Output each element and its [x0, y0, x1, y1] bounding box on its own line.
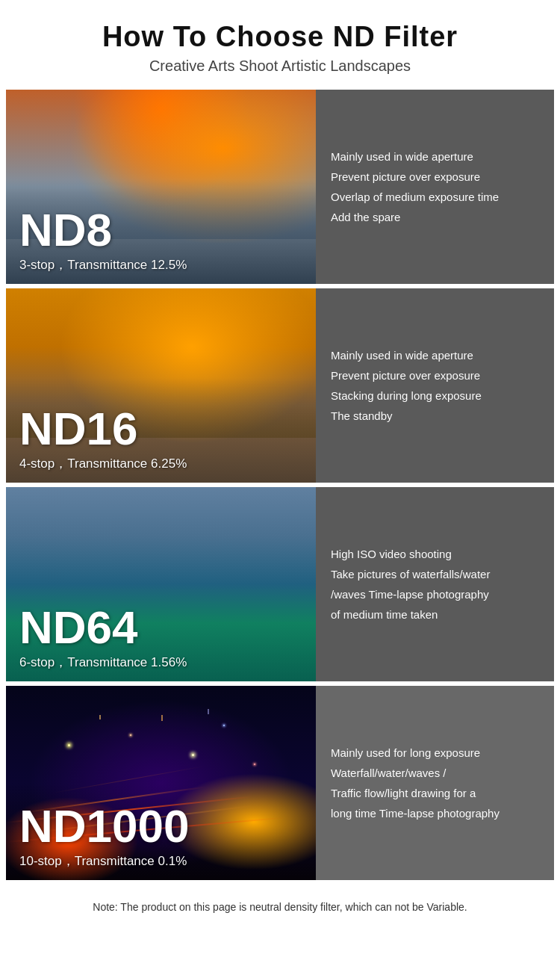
nd8-info-2: Prevent picture over exposure	[331, 167, 499, 187]
filter-row-nd64: ND64 6-stop，Transmittance 1.56% High ISO…	[6, 487, 554, 681]
nd1000-overlay: ND1000 10-stop，Transmittance 0.1%	[6, 686, 316, 880]
nd16-overlay: ND16 4-stop，Transmittance 6.25%	[6, 288, 316, 483]
nd64-info-4: of medium time taken	[331, 604, 490, 625]
nd1000-name: ND1000	[19, 803, 302, 849]
nd8-specs: 3-stop，Transmittance 12.5%	[19, 256, 302, 273]
filter-grid: ND8 3-stop，Transmittance 12.5% Mainly us…	[0, 82, 560, 888]
nd16-info-1: Mainly used in wide aperture	[331, 345, 482, 365]
nd64-info-3: /waves Time-lapse photography	[331, 584, 490, 604]
nd64-name: ND64	[19, 604, 302, 651]
nd1000-info-4: long time Time-lapse photography	[331, 803, 500, 823]
nd16-info-4: The standby	[331, 406, 482, 426]
nd1000-specs: 10-stop，Transmittance 0.1%	[19, 852, 302, 870]
nd16-info-2: Prevent picture over exposure	[331, 365, 482, 386]
nd8-info: Mainly used in wide aperture Prevent pic…	[316, 90, 554, 284]
nd64-info: High ISO video shooting Take pictures of…	[316, 487, 554, 681]
nd16-image: ND16 4-stop，Transmittance 6.25%	[6, 288, 316, 483]
nd8-info-3: Overlap of medium exposure time	[331, 187, 499, 207]
nd8-image: ND8 3-stop，Transmittance 12.5%	[6, 90, 316, 284]
nd1000-info: Mainly used for long exposure Waterfall/…	[316, 686, 554, 880]
nd1000-image: ND1000 10-stop，Transmittance 0.1%	[6, 686, 316, 880]
nd1000-info-1: Mainly used for long exposure	[331, 743, 500, 763]
page-subtitle: Creative Arts Shoot Artistic Landscapes	[15, 58, 545, 75]
page-header: How To Choose ND Filter Creative Arts Sh…	[0, 0, 560, 82]
nd1000-info-2: Waterfall/water/waves /	[331, 763, 500, 783]
nd1000-info-3: Traffic flow/light drawing for a	[331, 783, 500, 803]
filter-row-nd8: ND8 3-stop，Transmittance 12.5% Mainly us…	[6, 90, 554, 284]
footer-note: Note: The product on this page is neutra…	[0, 888, 560, 931]
nd64-overlay: ND64 6-stop，Transmittance 1.56%	[6, 487, 316, 681]
nd8-overlay: ND8 3-stop，Transmittance 12.5%	[6, 90, 316, 284]
nd64-info-1: High ISO video shooting	[331, 544, 490, 564]
nd64-specs: 6-stop，Transmittance 1.56%	[19, 654, 302, 671]
nd8-info-4: Add the spare	[331, 207, 499, 227]
filter-row-nd16: ND16 4-stop，Transmittance 6.25% Mainly u…	[6, 288, 554, 483]
nd16-specs: 4-stop，Transmittance 6.25%	[19, 455, 302, 472]
nd8-info-1: Mainly used in wide aperture	[331, 146, 499, 167]
nd8-name: ND8	[19, 207, 302, 253]
nd16-info-3: Stacking during long exposure	[331, 386, 482, 406]
nd16-name: ND16	[19, 406, 302, 452]
nd64-image: ND64 6-stop，Transmittance 1.56%	[6, 487, 316, 681]
filter-row-nd1000: ND1000 10-stop，Transmittance 0.1% Mainly…	[6, 686, 554, 880]
page-title: How To Choose ND Filter	[15, 21, 545, 53]
nd64-info-2: Take pictures of waterfalls/water	[331, 564, 490, 584]
nd16-info: Mainly used in wide aperture Prevent pic…	[316, 288, 554, 483]
